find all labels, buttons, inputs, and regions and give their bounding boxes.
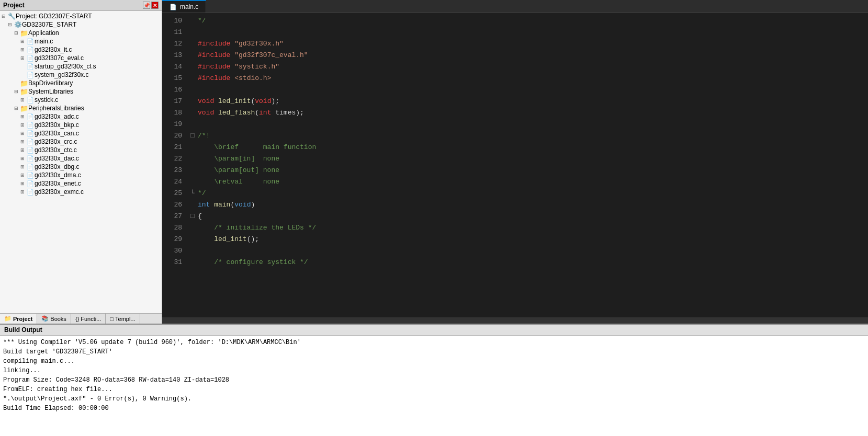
code-line-27: □{ [190,211,868,222]
tree-item-gd32f30x_crc-c[interactable]: ⊞📄gd32f30x_crc.c [0,137,162,146]
tree-node-icon: 📄 [26,96,35,104]
code-line-31: /* configure systick */ [190,257,868,268]
code-tokens-17: void led_init(void); [198,96,868,107]
sidebar-tab-functions[interactable]: {}Functi... [71,314,106,324]
code-tokens-25: */ [198,188,868,199]
code-tokens-12: #include "gd32f30x.h" [198,38,868,50]
sidebar-header: Project 📌 ✕ [0,0,162,11]
tree-expand-icon[interactable]: ⊟ [13,88,20,95]
tree-item-systemlibraries[interactable]: ⊟📁SystemLibraries [0,87,162,96]
tree-item-peripheralslibraries[interactable]: ⊟📁PeripheralsLibraries [0,104,162,112]
code-tokens-29: led_init(); [198,234,868,245]
tree-item-gd32f30x_bkp-c[interactable]: ⊞📄gd32f30x_bkp.c [0,121,162,129]
tree-item-gd32f30x_ctc-c[interactable]: ⊞📄gd32f30x_ctc.c [0,146,162,154]
editor-tab-main-c[interactable]: 📄 main.c [162,0,206,13]
tree-expand-icon[interactable] [13,79,20,87]
code-line-23: \param[out] none [190,165,868,176]
code-tokens-23: \param[out] none [198,165,868,176]
tree-expand-icon[interactable]: ⊞ [19,138,26,145]
sidebar-tab-project[interactable]: 📁Project [0,314,37,324]
tree-expand-icon[interactable]: ⊞ [19,155,26,162]
sidebar-close-button[interactable]: ✕ [151,2,159,9]
tree-item-gd32f30x_adc-c[interactable]: ⊞📄gd32f30x_adc.c [0,112,162,121]
tree-node-label: GD32307E_START [22,21,76,28]
tree-item-target[interactable]: ⊟⚙️GD32307E_START [0,20,162,29]
tree-item-gd32f307c_eval-c[interactable]: ⊞📄gd32f307c_eval.c [0,54,162,62]
tree-item-bspdriverlibrary[interactable]: 📁BspDriverlibrary [0,79,162,87]
sidebar-header-buttons: 📌 ✕ [143,2,159,9]
tree-expand-icon[interactable]: ⊞ [19,171,26,179]
tree-expand-icon[interactable] [19,71,26,78]
tree-expand-icon[interactable] [19,63,26,70]
code-line-20: □/*! [190,130,868,142]
fold-indicator-25[interactable]: └ [190,188,198,199]
sidebar-tab-books[interactable]: 📚Books [37,314,71,324]
sidebar-pin-button[interactable]: 📌 [143,2,150,9]
tree-expand-icon[interactable]: ⊞ [19,163,26,170]
line-number-25: 25 [162,188,182,199]
code-line-11 [190,27,868,38]
tree-node-icon: ⚙️ [14,21,22,28]
tree-node-icon: 📄 [26,63,35,70]
code-tokens-26: int main(void) [198,199,868,211]
code-tokens-13: #include "gd32f307c_eval.h" [198,50,868,61]
build-output-panel: Build Output *** Using Compiler 'V5.06 u… [0,324,868,436]
tree-item-gd32f30x_dbg-c[interactable]: ⊞📄gd32f30x_dbg.c [0,163,162,171]
sidebar-tab-templates[interactable]: □Templ... [106,314,140,324]
tree-item-gd32f30x_dac-c[interactable]: ⊞📄gd32f30x_dac.c [0,154,162,163]
tree-node-label: gd32f30x_crc.c [35,138,77,145]
tree-expand-icon[interactable]: ⊞ [19,188,26,196]
tree-node-label: Project: GD32307E-START [16,13,92,20]
tree-item-gd32f30x_exmc-c[interactable]: ⊞📄gd32f30x_exmc.c [0,188,162,196]
tree-expand-icon[interactable]: ⊟ [13,105,20,112]
fold-indicator-20[interactable]: □ [190,130,198,142]
tree-node-label: gd32f30x_ctc.c [35,146,77,154]
tree-item-gd32f30x_can-c[interactable]: ⊞📄gd32f30x_can.c [0,129,162,137]
tree-expand-icon[interactable]: ⊞ [19,38,26,45]
tree-item-startup_gd32f30x_cl-s[interactable]: 📄startup_gd32f30x_cl.s [0,62,162,71]
tree-expand-icon[interactable]: ⊞ [19,121,26,129]
tree-item-gd32f30x_it-c[interactable]: ⊞📄gd32f30x_it.c [0,45,162,54]
tree-expand-icon[interactable]: ⊞ [19,46,26,53]
code-line-17: void led_init(void); [190,96,868,107]
tree-node-label: SystemLibraries [28,88,73,95]
tree-expand-icon[interactable]: ⊞ [19,54,26,62]
tree-item-systick-c[interactable]: ⊞📄systick.c [0,96,162,104]
sidebar-header-left: Project [3,2,25,9]
tree-node-icon: 🔧 [7,13,16,20]
tree-item-gd32f30x_enet-c[interactable]: ⊞📄gd32f30x_enet.c [0,179,162,188]
tree-node-label: systick.c [35,96,58,104]
tree-expand-icon[interactable]: ⊟ [0,13,7,20]
tab-label-project: Project [13,316,32,322]
tree-expand-icon[interactable]: ⊞ [19,146,26,154]
tree-expand-icon[interactable]: ⊟ [6,21,14,28]
tree-expand-icon[interactable]: ⊞ [19,113,26,120]
code-tokens-28: /* initialize the LEDs */ [198,222,868,234]
tree-node-icon: 📄 [26,46,35,53]
build-line: Build target 'GD32307E_START' [3,347,865,357]
tree-node-label: Application [28,29,59,37]
build-line: Program Size: Code=3248 RO-data=368 RW-d… [3,375,865,385]
line-number-31: 31 [162,257,182,268]
build-line: linking... [3,366,865,375]
tree-expand-icon[interactable]: ⊞ [19,180,26,187]
tree-expand-icon[interactable]: ⊞ [19,130,26,137]
tree-node-label: gd32f30x_dma.c [35,171,81,179]
horizontal-scrollbar[interactable] [162,317,868,324]
line-number-28: 28 [162,222,182,234]
tree-item-system_gd32f30x-c[interactable]: 📄system_gd32f30x.c [0,71,162,79]
tree-item-main-c[interactable]: ⊞📄main.c [0,37,162,45]
tree-node-label: gd32f30x_can.c [35,130,79,137]
tree-item-gd32f30x_dma-c[interactable]: ⊞📄gd32f30x_dma.c [0,171,162,179]
line-number-10: 10 [162,15,182,27]
code-tokens-10: */ [198,15,868,27]
line-number-23: 23 [162,165,182,176]
code-line-18: void led_flash(int times); [190,107,868,119]
tree-expand-icon[interactable]: ⊞ [19,96,26,104]
fold-indicator-27[interactable]: □ [190,211,198,222]
tree-item-application[interactable]: ⊟📁Application [0,29,162,37]
tree-expand-icon[interactable]: ⊟ [13,29,20,37]
tree-item-project-root[interactable]: ⊟🔧Project: GD32307E-START [0,12,162,20]
code-line-22: \param[in] none [190,153,868,165]
code-line-25: └*/ [190,188,868,199]
